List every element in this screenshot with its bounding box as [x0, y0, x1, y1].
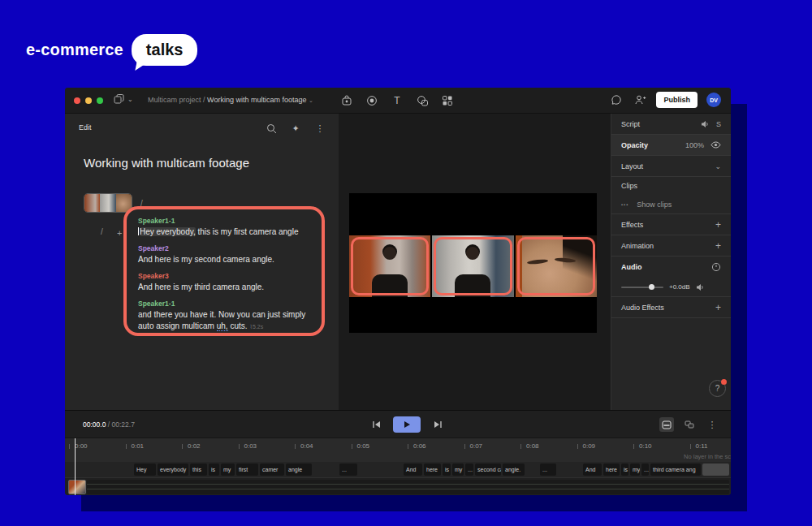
- project-menu-button[interactable]: ⌄: [114, 94, 133, 105]
- speaker-label[interactable]: Speaker3: [138, 272, 312, 280]
- chevron-down-icon[interactable]: ⌄: [715, 162, 721, 170]
- close-window-button[interactable]: [74, 97, 80, 104]
- timeline-menu-icon[interactable]: ⋮: [705, 417, 719, 432]
- transcript-block[interactable]: Speaker3 And here is my third camera ang…: [138, 272, 312, 293]
- word-chip[interactable]: And: [404, 463, 422, 476]
- selected-text[interactable]: Hey everybody,: [140, 227, 196, 236]
- word-chip[interactable]: my: [452, 463, 464, 476]
- minimize-window-button[interactable]: [85, 97, 92, 104]
- add-animation-button[interactable]: +: [715, 240, 721, 252]
- inspector-row-opacity[interactable]: Opacity 100%: [611, 135, 731, 156]
- clips-dots-icon[interactable]: •••: [621, 202, 628, 207]
- speaker-volume-icon[interactable]: [701, 120, 710, 128]
- timeline-ruler[interactable]: No layer in the sc 0:000:010:020:030:040…: [65, 438, 731, 462]
- word-chip[interactable]: camer: [260, 463, 284, 476]
- publish-button[interactable]: Publish: [656, 92, 698, 108]
- gain-slider-handle[interactable]: [649, 284, 654, 290]
- search-icon[interactable]: [264, 121, 279, 136]
- word-chip[interactable]: ...: [339, 463, 357, 476]
- ai-sparkle-icon[interactable]: ✦: [288, 121, 303, 136]
- inspector-row-animation[interactable]: Animation +: [611, 235, 731, 257]
- word-chip[interactable]: ...: [465, 463, 473, 476]
- breadcrumb[interactable]: Multicam project / Working with multicam…: [148, 96, 313, 104]
- camera-feed-2[interactable]: [432, 235, 513, 297]
- word-chip[interactable]: second ca: [475, 463, 501, 476]
- word-chip[interactable]: my: [221, 463, 235, 476]
- clip-thumbnail[interactable]: [68, 480, 86, 494]
- user-avatar[interactable]: DV: [706, 93, 721, 107]
- scene-thumbnail[interactable]: [84, 193, 132, 213]
- audio-clip-bar[interactable]: [87, 480, 729, 494]
- timeline-toggle-button[interactable]: [659, 417, 674, 432]
- add-audio-effect-button[interactable]: +: [715, 302, 721, 313]
- word-chip[interactable]: ...: [540, 463, 556, 476]
- speaker-label[interactable]: Speaker2: [138, 244, 312, 252]
- track-mixer-icon[interactable]: [682, 417, 697, 432]
- text-tool-icon[interactable]: T: [390, 93, 404, 108]
- breadcrumb-doc[interactable]: Working with multicam footage: [207, 96, 306, 104]
- add-collaborator-icon[interactable]: [633, 93, 647, 107]
- inspector-row-audio[interactable]: Audio: [611, 257, 731, 278]
- show-clips-row[interactable]: ••• Show clips: [611, 195, 731, 214]
- breadcrumb-project[interactable]: Multicam project: [148, 96, 201, 104]
- inspector-row-script[interactable]: Script S: [611, 114, 731, 135]
- word-chip[interactable]: here: [424, 463, 441, 476]
- word-chip[interactable]: angle: [286, 463, 312, 476]
- word-chip[interactable]: everybody: [158, 463, 188, 476]
- layout-templates-icon[interactable]: [440, 93, 455, 108]
- word-chip[interactable]: angle.: [503, 463, 525, 476]
- inspector-row-layout[interactable]: Layout ⌄: [611, 156, 731, 177]
- word-chip[interactable]: is: [621, 463, 628, 476]
- transcript-block[interactable]: Speaker2 And here is my second camera an…: [138, 244, 312, 265]
- play-button[interactable]: [393, 416, 421, 433]
- skip-to-start-button[interactable]: [369, 417, 383, 432]
- eye-icon[interactable]: [710, 141, 721, 149]
- camera-feed-1[interactable]: [349, 235, 430, 297]
- transcript-line[interactable]: and there you have it. Now you can just …: [138, 309, 312, 333]
- opacity-value[interactable]: 100%: [685, 141, 704, 149]
- playhead[interactable]: [75, 438, 76, 495]
- audio-ducking-icon[interactable]: [711, 262, 721, 272]
- shapes-icon[interactable]: [415, 93, 430, 108]
- word-chip[interactable]: here: [603, 463, 620, 476]
- word-chip[interactable]: Hey: [134, 463, 156, 476]
- inspector-row-audio-effects[interactable]: Audio Effects +: [611, 297, 731, 318]
- word-chip[interactable]: my: [630, 463, 640, 476]
- media-bin-icon[interactable]: [339, 93, 354, 108]
- transcript-text[interactable]: cuts.: [228, 321, 248, 330]
- transcript-block[interactable]: Speaker1-1 Hey everybody, this is my fir…: [138, 217, 312, 238]
- clip-track[interactable]: [65, 477, 731, 495]
- skip-to-end-button[interactable]: [430, 417, 445, 432]
- inspector-row-effects[interactable]: Effects +: [611, 214, 731, 235]
- zoom-window-button[interactable]: [97, 97, 103, 104]
- video-canvas[interactable]: [349, 193, 597, 333]
- word-chip[interactable]: And: [583, 463, 602, 476]
- speaker-label[interactable]: Speaker1-1: [138, 300, 312, 308]
- camera-feed-3[interactable]: [516, 235, 597, 297]
- gain-slider[interactable]: [621, 287, 663, 288]
- show-clips-label[interactable]: Show clips: [637, 200, 672, 209]
- record-icon[interactable]: [365, 93, 379, 108]
- filler-word[interactable]: uh,: [217, 321, 228, 331]
- kebab-menu-icon[interactable]: ⋮: [313, 121, 327, 136]
- word-chip[interactable]: third camera ang: [650, 463, 701, 476]
- word-chip[interactable]: first: [236, 463, 258, 476]
- word-chip[interactable]: [702, 463, 729, 476]
- speaker-label[interactable]: Speaker1-1: [138, 217, 312, 225]
- add-effect-button[interactable]: +: [715, 219, 721, 231]
- transcript-text[interactable]: this is my first camera angle: [196, 227, 299, 236]
- word-chip[interactable]: is: [443, 463, 451, 476]
- transcript-block[interactable]: Speaker1-1 and there you have it. Now yo…: [138, 300, 312, 333]
- word-chip[interactable]: this: [190, 463, 207, 476]
- document-title[interactable]: Working with multicam footage: [84, 156, 249, 170]
- comments-icon[interactable]: [609, 93, 624, 107]
- insert-block-button[interactable]: +: [117, 228, 122, 238]
- help-button[interactable]: ?: [709, 380, 726, 397]
- word-chip[interactable]: ...: [641, 463, 649, 476]
- transcript-line[interactable]: And here is my third camera angle.: [138, 282, 312, 293]
- transcript-line[interactable]: Hey everybody, this is my first camera a…: [138, 226, 312, 238]
- transcript-line[interactable]: And here is my second camera angle.: [138, 254, 312, 265]
- word-gap-marker[interactable]: ⌇5.2s: [250, 324, 264, 330]
- speaker-volume-icon[interactable]: [696, 283, 705, 291]
- word-chip[interactable]: is: [209, 463, 219, 476]
